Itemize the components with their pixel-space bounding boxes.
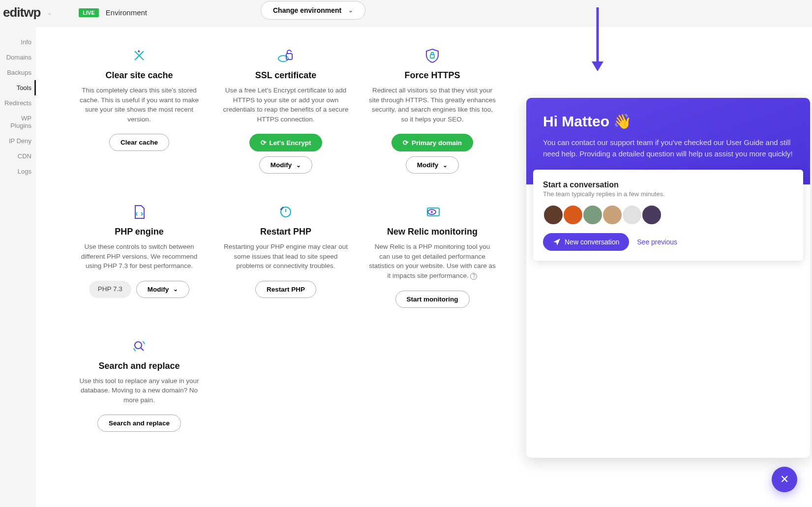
sidebar-item-redirects[interactable]: Redirects: [0, 95, 36, 111]
tool-desc: Redirect all visitors so that they visit…: [368, 86, 496, 124]
button-label: Primary domain: [412, 139, 462, 147]
tool-desc: New Relic is a PHP monitoring tool you c…: [368, 242, 496, 280]
clear-cache-icon: [75, 47, 203, 64]
sidebar-item-ip-deny[interactable]: IP Deny: [0, 133, 36, 149]
clear-cache-button[interactable]: Clear cache: [109, 134, 169, 151]
tool-ssl: SSL certificate Use a free Let's Encrypt…: [222, 47, 350, 174]
close-icon: ✕: [780, 473, 789, 486]
tool-title: Search and replace: [75, 361, 203, 371]
help-icon[interactable]: ?: [470, 273, 477, 280]
send-icon: [553, 238, 561, 246]
shield-lock-icon: [368, 47, 496, 64]
chat-panel: Hi Matteo 👋 You can contact our support …: [526, 98, 810, 458]
chat-card-sub: The team typically replies in a few minu…: [543, 190, 793, 198]
refresh-icon: ⟳: [261, 139, 267, 147]
restart-php-button[interactable]: Restart PHP: [255, 281, 316, 298]
tool-desc: Use these controls to switch between dif…: [75, 242, 203, 271]
tool-new-relic: New Relic monitoring New Relic is a PHP …: [368, 203, 496, 307]
search-replace-icon: [75, 337, 203, 355]
php-version-badge: PHP 7.3: [89, 281, 131, 298]
tool-clear-cache: Clear site cache This completely clears …: [75, 47, 203, 174]
chat-card-title: Start a conversation: [543, 180, 793, 189]
sidebar: Info Domains Backups Tools Redirects WP …: [0, 0, 36, 507]
sidebar-item-info[interactable]: Info: [0, 34, 36, 50]
live-badge: LIVE: [79, 8, 98, 17]
tool-title: Clear site cache: [75, 70, 203, 81]
restart-icon: [222, 203, 350, 221]
tool-desc: Use a free Let's Encrypt certificate to …: [222, 86, 350, 124]
code-file-icon: [75, 203, 203, 221]
sidebar-item-domains[interactable]: Domains: [0, 50, 36, 65]
sidebar-item-cdn[interactable]: CDN: [0, 149, 36, 164]
avatar: [582, 205, 603, 225]
ssl-modify-button[interactable]: Modify: [259, 156, 313, 174]
avatar: [543, 205, 564, 225]
svg-point-7: [135, 342, 142, 349]
svg-point-6: [431, 211, 433, 213]
lets-encrypt-button[interactable]: ⟳ Let's Encrypt: [249, 134, 323, 151]
sidebar-item-backups[interactable]: Backups: [0, 65, 36, 80]
tool-search-replace: Search and replace Use this tool to repl…: [75, 337, 203, 432]
tool-desc: Restarting your PHP engine may clear out…: [222, 242, 350, 271]
tool-title: New Relic monitoring: [368, 227, 496, 237]
tool-php-engine: PHP engine Use these controls to switch …: [75, 203, 203, 307]
avatar: [641, 205, 662, 225]
sidebar-item-wp-plugins[interactable]: WP Plugins: [0, 111, 36, 133]
see-previous-link[interactable]: See previous: [637, 238, 677, 246]
primary-domain-button[interactable]: ⟳ Primary domain: [391, 134, 473, 151]
chevron-down-icon: ⌄: [348, 7, 353, 14]
start-monitoring-button[interactable]: Start monitoring: [395, 291, 470, 308]
avatar: [602, 205, 623, 225]
tool-title: PHP engine: [75, 227, 203, 237]
refresh-icon: ⟳: [403, 139, 409, 147]
button-label: New conversation: [565, 238, 619, 246]
change-environment-button[interactable]: Change environment ⌄: [261, 1, 365, 20]
chat-start-card: Start a conversation The team typically …: [533, 170, 803, 261]
sidebar-item-tools[interactable]: Tools: [0, 80, 36, 95]
chat-close-button[interactable]: ✕: [772, 467, 797, 492]
tool-force-https: Force HTTPS Redirect all visitors so tha…: [368, 47, 496, 174]
tool-title: Force HTTPS: [368, 70, 496, 81]
php-modify-button[interactable]: Modify: [136, 281, 190, 298]
tool-title: SSL certificate: [222, 70, 350, 81]
chevron-down-icon[interactable]: ⌄: [47, 9, 52, 16]
chat-intro: You can contact our support team if you'…: [543, 137, 793, 160]
support-avatars: [543, 205, 793, 225]
tool-title: Restart PHP: [222, 227, 350, 237]
svg-rect-2: [430, 55, 434, 58]
tool-restart-php: Restart PHP Restarting your PHP engine m…: [222, 203, 350, 307]
button-label: Let's Encrypt: [270, 139, 311, 147]
tool-desc: This completely clears this site's store…: [75, 86, 203, 124]
search-replace-button[interactable]: Search and replace: [97, 415, 181, 432]
chat-greeting: Hi Matteo 👋: [543, 113, 793, 130]
brand: editwp: [3, 5, 40, 20]
lock-icon: [222, 47, 350, 64]
annotation-arrow-icon: [588, 5, 607, 74]
tool-desc: Use this tool to replace any value in yo…: [75, 376, 203, 405]
avatar: [563, 205, 583, 225]
https-modify-button[interactable]: Modify: [406, 156, 459, 174]
environment-label: Environment: [106, 8, 147, 17]
avatar: [622, 205, 642, 225]
eye-monitor-icon: [368, 203, 496, 221]
new-conversation-button[interactable]: New conversation: [543, 233, 629, 251]
sidebar-item-logs[interactable]: Logs: [0, 164, 36, 179]
change-environment-label: Change environment: [273, 6, 341, 14]
